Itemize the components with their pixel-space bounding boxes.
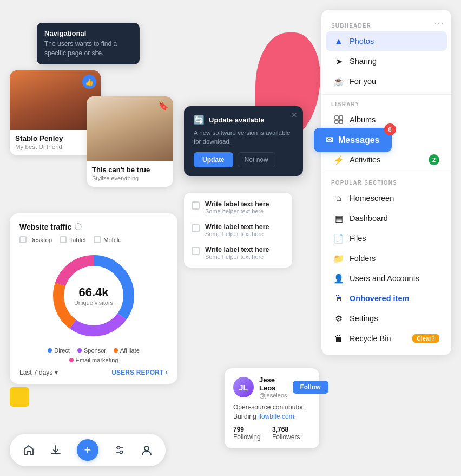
filter-tablet: Tablet [60,236,86,243]
sidebar-files-label: Files [350,234,366,243]
sidebar-item-onhovered[interactable]: 🖱 Onhovered item [326,289,447,308]
not-now-button[interactable]: Not now [238,152,275,167]
checkbox-list: Write label text here Some helper text h… [184,193,292,268]
filter-tablet-label: Tablet [69,237,86,243]
sidebar-folders-label: Folders [350,254,376,263]
legend-label-affiliate: Affiliate [120,347,140,354]
sidebar-divider-2 [321,173,451,173]
update-button[interactable]: Update [194,152,233,167]
following-count: 799 [233,426,244,433]
legend-email: Email marketing [69,357,118,363]
checkbox-label-3: Write label text here [205,246,269,253]
traffic-legend: Direct Sponsor Affiliate Email marketing [19,347,168,363]
stylize-card-info: This can't be true Stylize everything [87,161,173,187]
download-nav-button[interactable] [50,444,62,456]
followers-count: 3,768 [272,426,288,433]
sidebar-item-dashboard[interactable]: ▤ Dashboard [326,208,447,228]
filter-desktop-label: Desktop [29,237,52,243]
folders-icon: 📁 [333,253,344,264]
legend-label-sponsor: Sponsor [84,347,106,354]
sidebar-item-foryou[interactable]: ☕ For you [326,71,447,91]
profile-bio: Open-source contributor. Building flowbi… [233,403,311,421]
legend-dot-email [69,358,74,362]
traffic-filters: Desktop Tablet Mobile [19,236,168,243]
sidebar-divider [321,94,451,95]
sidebar-subheader-label: SUBHEADER [321,19,451,31]
sidebar-item-users-accounts[interactable]: 👤 Users and Accounts [326,269,447,288]
update-dialog-text: A new software version is available for … [194,128,293,146]
legend-dot-sponsor [77,348,82,353]
profile-name: Jese Leos [259,376,287,392]
envelope-icon: ✉ [326,135,333,145]
photos-icon: ▲ [333,36,344,47]
checkbox-label-1: Write label text here [205,200,269,208]
checkbox-2[interactable] [192,224,200,232]
filter-desktop: Desktop [19,236,52,243]
traffic-card-title: Website traffic [19,223,71,231]
onhovered-icon: 🖱 [333,293,344,304]
following-stat: 799 Following [233,426,267,441]
home-nav-button[interactable] [23,444,35,456]
close-icon[interactable]: ✕ [291,110,298,119]
filter-mobile-label: Mobile [103,237,122,243]
sidebar-recycle-label: Recycle Bin [350,334,391,343]
checkbox-helper-3: Some helper text here [205,253,269,260]
update-dialog-actions: Update Not now [194,152,293,167]
stylize-card-sub: Stylize everything [92,175,168,181]
sidebar-dashboard-label: Dashboard [350,214,388,223]
traffic-footer: Last 7 days ▾ USERS REPORT › [19,369,168,376]
checkbox-label-2: Write label text here [205,223,269,231]
svg-rect-5 [335,116,338,119]
sidebar-item-photos[interactable]: ▲ Photos [326,31,447,51]
profile-stats: 799 Following 3,768 Followers [233,426,311,441]
dashboard-icon: ▤ [333,213,344,224]
add-button[interactable]: + [77,439,98,461]
sidebar-item-homescreen[interactable]: ⌂ Homescreen [326,188,447,208]
svg-point-11 [117,447,120,449]
nav-tooltip: Navigational The users wants to find a s… [37,23,140,64]
user-nav-button[interactable] [141,444,153,456]
sidebar-sharing-label: Sharing [350,57,377,66]
checkbox-3[interactable] [192,247,200,255]
profile-card: JL Jese Leos @jeseleos Follow Open-sourc… [225,368,319,448]
nav-tooltip-title: Navigational [44,29,132,37]
profile-handle: @jeseleos [259,392,287,399]
profile-avatar: JL [233,377,254,397]
sidebar-activities-label: Activities [350,155,380,164]
sidebar-item-folders[interactable]: 📁 Folders [326,249,447,268]
stylize-card: 🔖 This can't be true Stylize everything [87,96,173,187]
profile-bio-link[interactable]: flowbite.com. [258,413,296,420]
sidebar-item-files[interactable]: 📄 Files [326,229,447,248]
activities-icon: ⚡ [333,154,344,165]
users-report-link[interactable]: USERS REPORT › [111,369,168,376]
bookmark-icon: 🔖 [158,101,169,111]
sidebar-item-activities[interactable]: ⚡ Activities 2 [326,150,447,169]
update-dialog-title: Update available [209,116,265,124]
list-item: Write label text here Some helper text h… [184,196,292,219]
sidebar-item-sharing[interactable]: ➤ Sharing [326,51,447,71]
sliders-nav-button[interactable] [114,444,126,456]
date-range-selector[interactable]: Last 7 days ▾ [19,369,58,376]
svg-rect-8 [339,120,343,123]
sidebar-more-button[interactable]: ⋯ [434,17,444,29]
foryou-icon: ☕ [333,76,344,87]
messages-button[interactable]: ✉ Messages 8 [314,128,392,152]
legend-dot-direct [48,348,52,353]
users-accounts-icon: 👤 [333,273,344,284]
legend-dot-affiliate [114,348,118,353]
profile-identity: Jese Leos @jeseleos [259,376,287,399]
list-item: Write label text here Some helper text h… [184,242,292,264]
user-name: Stablo Penley [15,134,95,142]
refresh-icon: 🔄 [194,115,205,125]
update-dialog-header: 🔄 Update available [194,115,293,125]
follow-button[interactable]: Follow [293,381,328,394]
legend-affiliate: Affiliate [114,347,140,354]
recycle-bin-icon: 🗑 [333,333,344,344]
sidebar-photos-label: Photos [350,37,374,45]
activities-badge: 2 [429,154,439,165]
checkbox-1[interactable] [192,201,200,210]
legend-direct: Direct [48,347,70,354]
messages-label: Messages [338,135,380,145]
sidebar-item-recycle[interactable]: 🗑 Recycle Bin Clear? [326,329,447,348]
sidebar-item-settings[interactable]: ⚙ Settings [326,309,447,328]
